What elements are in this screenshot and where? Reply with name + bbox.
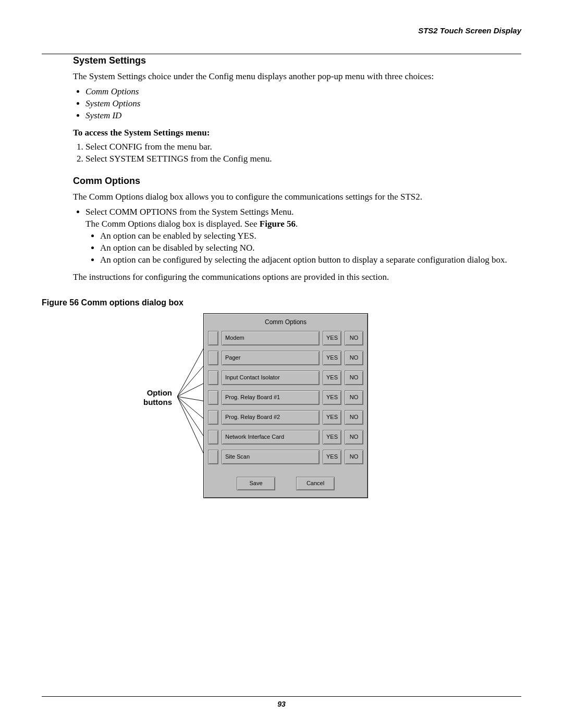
steps-access: Select CONFIG from the menu bar. Select … (73, 141, 521, 165)
footer-rule (42, 696, 521, 697)
option-config-button[interactable] (208, 371, 218, 385)
option-row: Input Contact Isolator YES NO (208, 371, 363, 385)
option-label: Input Contact Isolator (222, 371, 320, 385)
no-button[interactable]: NO (345, 331, 363, 346)
step-item: Select SYSTEM SETTINGS from the Config m… (85, 153, 521, 165)
displayed-text: The Comm Options dialog box is displayed… (85, 219, 260, 229)
page-number: 93 (42, 700, 521, 708)
figure-caption: Figure 56 Comm options dialog box (42, 297, 521, 309)
option-label: Prog. Relay Board #2 (222, 410, 320, 425)
list-item: System ID (85, 110, 521, 122)
no-button[interactable]: NO (345, 390, 363, 405)
figure-56: Option buttons Comm Options Modem (42, 313, 490, 527)
list-item: Comm Options (85, 86, 521, 98)
displayed-after: . (296, 219, 298, 229)
heading-system-settings: System Settings (73, 54, 521, 67)
list-comm-steps: Select COMM OPTIONS from the System Sett… (73, 206, 521, 266)
no-button[interactable]: NO (345, 371, 363, 385)
callout-option-buttons: Option buttons (143, 388, 172, 406)
yes-button[interactable]: YES (323, 331, 341, 346)
cancel-button[interactable]: Cancel (296, 477, 335, 490)
callout-line2: buttons (143, 398, 172, 406)
body-content: System Settings The System Settings choi… (42, 54, 521, 527)
list-sys-choices: Comm Options System Options System ID (73, 86, 521, 122)
figure-reference: Figure 56 (260, 219, 296, 229)
option-row: Site Scan YES NO (208, 450, 363, 464)
list-option-notes: An option can be enabled by selecting YE… (85, 230, 521, 266)
dialog-title: Comm Options (205, 315, 366, 330)
para-comm-intro: The Comm Options dialog box allows you t… (73, 191, 521, 203)
option-config-button[interactable] (208, 331, 218, 346)
yes-button[interactable]: YES (323, 390, 341, 405)
yes-button[interactable]: YES (323, 371, 341, 385)
no-button[interactable]: NO (345, 450, 363, 464)
yes-button[interactable]: YES (323, 450, 341, 464)
para-sys-intro: The System Settings choice under the Con… (73, 71, 521, 83)
comm-options-dialog: Comm Options Modem YES NO Pager YES NO (203, 313, 368, 498)
list-item: Select COMM OPTIONS from the System Sett… (85, 206, 521, 266)
step-text: Select COMM OPTIONS from the System Sett… (85, 207, 294, 217)
option-label: Site Scan (222, 450, 320, 464)
dialog-rows: Modem YES NO Pager YES NO Input Contact … (205, 331, 366, 464)
option-config-button[interactable] (208, 430, 218, 445)
list-item: An option can be configured by selecting… (100, 254, 521, 266)
heading-comm-options: Comm Options (73, 175, 521, 187)
option-config-button[interactable] (208, 351, 218, 365)
option-row: Prog. Relay Board #2 YES NO (208, 410, 363, 425)
dialog-actions: Save Cancel (205, 470, 366, 497)
no-button[interactable]: NO (345, 351, 363, 365)
callout-line1: Option (147, 388, 172, 397)
option-config-button[interactable] (208, 390, 218, 405)
no-button[interactable]: NO (345, 410, 363, 425)
no-button[interactable]: NO (345, 430, 363, 445)
option-label: Pager (222, 351, 320, 365)
option-label: Prog. Relay Board #1 (222, 390, 320, 405)
list-item: An option can be enabled by selecting YE… (100, 230, 521, 242)
save-button[interactable]: Save (237, 477, 275, 490)
subhead-access: To access the System Settings menu: (73, 127, 521, 139)
option-label: Modem (222, 331, 320, 346)
page: STS2 Touch Screen Display System Setting… (0, 0, 563, 728)
yes-button[interactable]: YES (323, 430, 341, 445)
page-footer: 93 (42, 696, 521, 708)
option-label: Network Interface Card (222, 430, 320, 445)
option-config-button[interactable] (208, 450, 218, 464)
option-config-button[interactable] (208, 410, 218, 425)
yes-button[interactable]: YES (323, 351, 341, 365)
option-row: Pager YES NO (208, 351, 363, 365)
option-row: Modem YES NO (208, 331, 363, 346)
option-row: Network Interface Card YES NO (208, 430, 363, 445)
step-item: Select CONFIG from the menu bar. (85, 141, 521, 153)
running-head: STS2 Touch Screen Display (42, 26, 521, 38)
para-comm-outro: The instructions for configuring the com… (73, 272, 521, 283)
list-item: An option can be disabled by selecting N… (100, 242, 521, 254)
yes-button[interactable]: YES (323, 410, 341, 425)
option-row: Prog. Relay Board #1 YES NO (208, 390, 363, 405)
list-item: System Options (85, 98, 521, 110)
